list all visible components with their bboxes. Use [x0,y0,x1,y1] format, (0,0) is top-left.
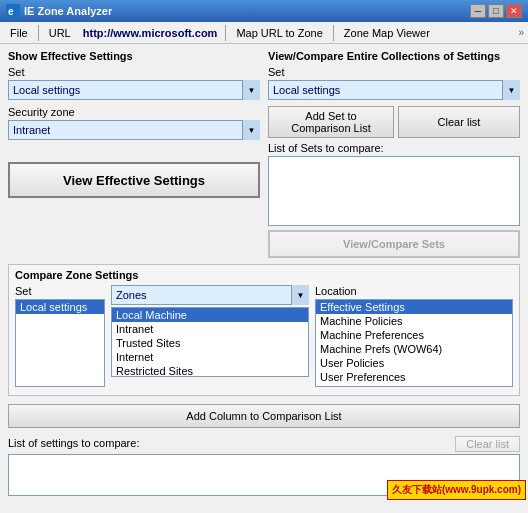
add-column-button[interactable]: Add Column to Comparison List [8,404,520,428]
location-item-user-prefs[interactable]: User Preferences [316,370,512,384]
view-compare-set-dropdown-container: Local settings ▼ [268,80,520,100]
view-effective-settings-button[interactable]: View Effective Settings [8,162,260,198]
top-row: Show Effective Settings Set Local settin… [8,50,520,258]
menu-divider-3 [333,25,334,41]
main-content: Show Effective Settings Set Local settin… [0,44,528,502]
show-effective-set-label: Set [8,66,260,78]
zone-item-local-machine[interactable]: Local Machine [112,308,308,322]
compare-set-label: Set [15,285,105,297]
compare-zone-title: Compare Zone Settings [15,269,513,281]
location-item-machine-prefs-wow64[interactable]: Machine Prefs (WOW64) [316,342,512,356]
file-menu[interactable]: File [4,25,34,41]
view-compare-set-dropdown[interactable]: Local settings [268,80,520,100]
close-button[interactable]: ✕ [506,4,522,18]
url-value[interactable]: http://www.microsoft.com [79,25,222,41]
compare-zone-row: Set Local settings Zones ▼ Local Machine [15,285,513,387]
zones-dropdown-container: Zones ▼ [111,285,309,305]
security-zone-label: Security zone [8,106,260,118]
location-listbox[interactable]: Effective Settings Machine Policies Mach… [315,299,513,387]
bottom-list-label: List of settings to compare: [8,437,139,449]
location-item-effective[interactable]: Effective Settings [316,300,512,314]
view-compare-section: View/Compare Entire Collections of Setti… [268,50,520,258]
title-bar: e IE Zone Analyzer ─ □ ✕ [0,0,528,22]
scroll-hint: » [518,27,524,38]
view-compare-sets-button[interactable]: View/Compare Sets [268,230,520,258]
view-compare-title: View/Compare Entire Collections of Setti… [268,50,520,62]
compare-zones-col: Zones ▼ Local Machine Intranet Trusted S… [111,285,309,387]
minimize-button[interactable]: ─ [470,4,486,18]
zone-item-trusted[interactable]: Trusted Sites [112,336,308,350]
security-zone-dropdown[interactable]: Intranet [8,120,260,140]
zones-dropdown[interactable]: Zones [111,285,309,305]
location-item-machine-prefs[interactable]: Machine Preferences [316,328,512,342]
zone-item-intranet[interactable]: Intranet [112,322,308,336]
app-icon: e [6,4,20,18]
watermark: 久友下载站(www.9upk.com) [387,480,526,500]
app-title: IE Zone Analyzer [24,5,112,17]
zone-map-viewer-menu[interactable]: Zone Map Viewer [338,25,436,41]
location-item-machine-policies[interactable]: Machine Policies [316,314,512,328]
security-zone-dropdown-container: Intranet ▼ [8,120,260,140]
zone-item-internet[interactable]: Internet [112,350,308,364]
menu-divider-2 [225,25,226,41]
zones-listbox[interactable]: Local Machine Intranet Trusted Sites Int… [111,307,309,377]
compare-set-col: Set Local settings [15,285,105,387]
clear-list-button-top[interactable]: Clear list [398,106,520,138]
view-compare-set-label: Set [268,66,520,78]
sets-list-box [268,156,520,226]
show-effective-section: Show Effective Settings Set Local settin… [8,50,260,258]
clear-list-button-bottom[interactable]: Clear list [455,436,520,452]
add-set-row: Add Set to Comparison List Clear list [268,106,520,138]
show-effective-title: Show Effective Settings [8,50,260,62]
compare-zone-section: Compare Zone Settings Set Local settings… [8,264,520,396]
list-of-sets-label: List of Sets to compare: [268,142,520,154]
menu-divider-1 [38,25,39,41]
compare-set-item[interactable]: Local settings [16,300,104,314]
add-set-button[interactable]: Add Set to Comparison List [268,106,394,138]
map-url-menu[interactable]: Map URL to Zone [230,25,328,41]
compare-location-label: Location [315,285,513,297]
location-item-user-policies[interactable]: User Policies [316,356,512,370]
show-effective-set-dropdown[interactable]: Local settings [8,80,260,100]
maximize-button[interactable]: □ [488,4,504,18]
show-effective-set-dropdown-container: Local settings ▼ [8,80,260,100]
zone-item-restricted[interactable]: Restricted Sites [112,364,308,377]
url-label: URL [43,25,77,41]
compare-location-col: Location Effective Settings Machine Poli… [315,285,513,387]
compare-set-listbox[interactable]: Local settings [15,299,105,387]
svg-text:e: e [8,6,14,17]
bottom-row: List of settings to compare: Clear list [8,436,520,452]
menu-bar: File URL http://www.microsoft.com Map UR… [0,22,528,44]
